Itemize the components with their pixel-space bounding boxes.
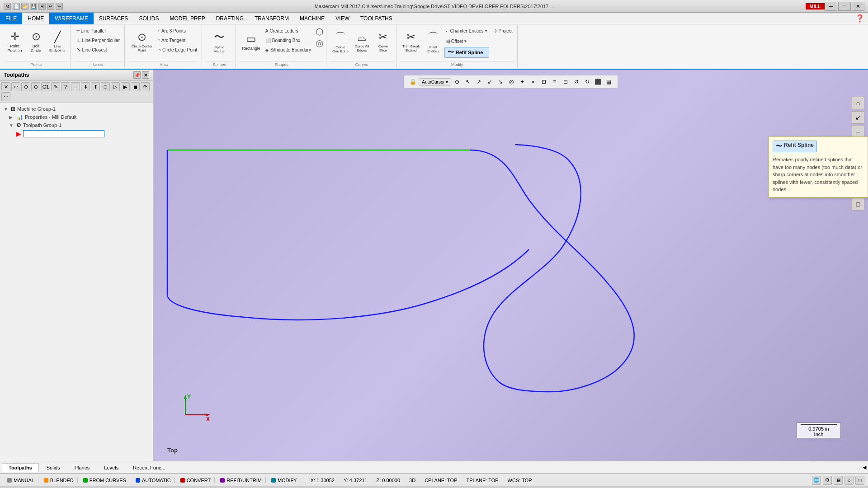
- tree-item-input[interactable]: ▶: [2, 129, 151, 138]
- offset-btn[interactable]: ⇶ Offset ▾: [444, 37, 489, 46]
- project-btn[interactable]: ⇩ Project: [492, 26, 514, 35]
- curve-slice-btn[interactable]: ✂ Curve Slice: [373, 26, 393, 57]
- rs-btn-8[interactable]: □: [852, 198, 864, 211]
- globe-icon[interactable]: 🌐: [812, 476, 821, 485]
- tb-btn-10[interactable]: ⬆: [91, 82, 100, 91]
- tb-btn-15[interactable]: ⟳: [141, 82, 150, 91]
- rs-btn-1[interactable]: ⌂: [852, 97, 864, 109]
- vp-btn-13[interactable]: ↻: [582, 77, 592, 87]
- circle-edge-point-btn[interactable]: ○ Circle Edge Point: [156, 45, 199, 54]
- close-button[interactable]: ✕: [852, 2, 864, 11]
- vp-btn-6[interactable]: ◎: [506, 77, 516, 87]
- vp-btn-9[interactable]: ⊡: [539, 77, 549, 87]
- tab-solids[interactable]: Solids: [40, 463, 67, 472]
- vp-lock-icon[interactable]: 🔒: [408, 77, 418, 87]
- print-icon[interactable]: 🖨: [38, 3, 46, 10]
- curve-all-edges-btn[interactable]: ⌓ Curve All Edges: [352, 26, 372, 57]
- tab-planes[interactable]: Planes: [68, 463, 97, 472]
- line-closest-btn[interactable]: ⤡ Line Closest: [75, 45, 122, 54]
- tb-btn-11[interactable]: □: [101, 82, 110, 91]
- tb-btn-8[interactable]: ≡: [71, 82, 80, 91]
- tb-btn-12[interactable]: ▷: [111, 82, 120, 91]
- open-icon[interactable]: 📂: [21, 3, 28, 10]
- panel-expand-btn[interactable]: ◀: [863, 465, 866, 470]
- panel-pin-btn[interactable]: 📌: [133, 71, 141, 79]
- tree-item-machine-group[interactable]: ▼ ⊞ Machine Group-1: [2, 105, 151, 113]
- minimize-button[interactable]: ─: [825, 2, 837, 11]
- tb-btn-16[interactable]: ⋯: [1, 92, 10, 101]
- tab-toolpaths[interactable]: Toolpaths: [2, 463, 39, 472]
- tb-btn-14[interactable]: ◼: [131, 82, 140, 91]
- menu-file[interactable]: FILE: [0, 13, 22, 24]
- tab-levels[interactable]: Levels: [97, 463, 125, 472]
- tree-item-toolpath-group[interactable]: ▼ ⚙ Toolpath Group-1: [2, 121, 151, 129]
- refit-spline-btn[interactable]: 〜 Refit Spline: [444, 47, 489, 58]
- menu-view[interactable]: VIEW: [330, 13, 355, 24]
- line-endpoints-btn[interactable]: ╱ Line Endpoints: [47, 26, 68, 57]
- point-position-btn[interactable]: ✛ Point Position: [5, 26, 25, 57]
- autocursor-dropdown[interactable]: AutoCursor ▾: [419, 78, 451, 86]
- tb-btn-2[interactable]: ↩: [11, 82, 20, 91]
- vp-btn-8[interactable]: ▪: [528, 77, 538, 87]
- menu-drafting[interactable]: DRAFTING: [211, 13, 249, 24]
- vp-btn-4[interactable]: ↙: [485, 77, 495, 87]
- menu-toolpaths[interactable]: TOOLPATHS: [355, 13, 398, 24]
- tb-btn-5[interactable]: G1: [41, 82, 50, 91]
- tb-btn-1[interactable]: ✕: [1, 82, 10, 91]
- tb-btn-7[interactable]: ?: [61, 82, 70, 91]
- tree-name-input[interactable]: [23, 130, 104, 137]
- vp-btn-11[interactable]: ⊟: [561, 77, 571, 87]
- menu-transform[interactable]: TRANSFORM: [249, 13, 294, 24]
- new-icon[interactable]: 📄: [13, 3, 20, 10]
- trim-break-extend-btn[interactable]: ✂ Trim Break Extend: [400, 26, 422, 57]
- circle-icon[interactable]: ○: [844, 476, 854, 485]
- help-icon[interactable]: ❓: [855, 14, 868, 23]
- rs-btn-2[interactable]: ↙: [852, 111, 864, 124]
- menu-solids[interactable]: SOLIDS: [133, 13, 164, 24]
- spline-manual-btn[interactable]: 〜 Spline Manual: [206, 26, 233, 57]
- create-letters-btn[interactable]: A Create Letters: [264, 26, 313, 35]
- arc-tangent-btn[interactable]: ◝ Arc Tangent: [156, 36, 199, 45]
- menu-home[interactable]: HOME: [22, 13, 49, 24]
- chamfer-entities-btn[interactable]: ⌐ Chamfer Entities ▾: [444, 26, 489, 35]
- vp-btn-14[interactable]: ⬛: [593, 77, 603, 87]
- vp-btn-10[interactable]: ≡: [550, 77, 560, 87]
- tb-btn-4[interactable]: ⊖: [31, 82, 40, 91]
- vp-btn-12[interactable]: ↺: [571, 77, 581, 87]
- bounding-box-btn[interactable]: ⬜ Bounding Box: [264, 36, 313, 45]
- silhouette-boundary-btn[interactable]: ◈ Silhouette Boundary: [264, 45, 313, 54]
- menu-machine[interactable]: MACHINE: [294, 13, 330, 24]
- tb-btn-13[interactable]: ▶: [121, 82, 130, 91]
- vp-btn-5[interactable]: ↘: [495, 77, 505, 87]
- restore-button[interactable]: □: [838, 2, 851, 11]
- bolt-circle-btn[interactable]: ⊙ Bolt Circle: [26, 26, 46, 57]
- menu-model-prep[interactable]: MODEL PREP: [164, 13, 210, 24]
- redo-icon[interactable]: ↪: [56, 3, 63, 10]
- rectangle-btn[interactable]: ▭ Rectangle: [240, 26, 263, 57]
- curve-one-edge-btn[interactable]: ⌒ Curve One Edge: [330, 26, 351, 57]
- display-icon[interactable]: □: [855, 476, 864, 485]
- menu-surfaces[interactable]: SURFACES: [94, 13, 134, 24]
- chamfer-dropdown-icon[interactable]: ▾: [485, 28, 487, 33]
- arc-3-points-btn[interactable]: ◜ Arc 3 Points: [156, 26, 199, 35]
- menu-wireframe[interactable]: WIREFRAME: [49, 13, 93, 24]
- tb-btn-9[interactable]: ⬇: [81, 82, 90, 91]
- circle-center-btn[interactable]: ⊙ Circle Center Point: [128, 26, 156, 57]
- fillet-entities-btn[interactable]: ⌒ Fillet Entities: [423, 26, 443, 57]
- vp-btn-1[interactable]: ⊙: [452, 77, 462, 87]
- vp-btn-2[interactable]: ↖: [463, 77, 473, 87]
- screen-icon[interactable]: 🖥: [834, 476, 843, 485]
- tb-btn-3[interactable]: ⊕: [21, 82, 30, 91]
- undo-icon[interactable]: ↩: [47, 3, 54, 10]
- tree-item-properties[interactable]: ▶ 📊 Properties - Mill Default: [2, 113, 151, 121]
- save-icon[interactable]: 💾: [30, 3, 37, 10]
- settings-icon[interactable]: ⚙: [823, 476, 832, 485]
- panel-close-btn[interactable]: ✕: [142, 71, 149, 79]
- viewport[interactable]: 🔒 AutoCursor ▾ ⊙ ↖ ↗ ↙ ↘ ◎ ✦ ▪ ⊡ ≡ ⊟ ↺ ↻…: [154, 70, 868, 461]
- tab-recent-func[interactable]: Recent Func...: [126, 463, 172, 472]
- vp-btn-15[interactable]: ▤: [604, 77, 614, 87]
- vp-btn-3[interactable]: ↗: [474, 77, 484, 87]
- vp-btn-7[interactable]: ✦: [517, 77, 527, 87]
- offset-dropdown-icon[interactable]: ▾: [464, 39, 467, 43]
- line-parallel-btn[interactable]: ╌ Line Parallel: [75, 26, 122, 35]
